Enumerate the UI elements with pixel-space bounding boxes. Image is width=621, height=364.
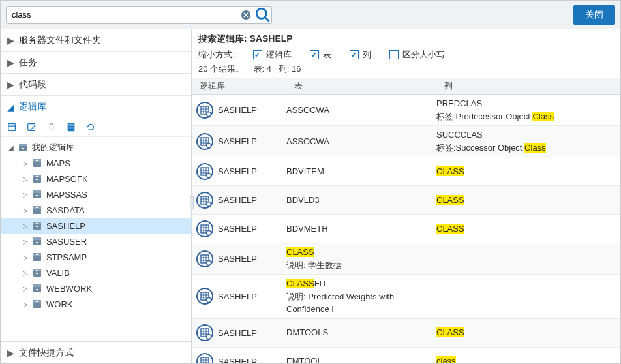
tree-item-webwork[interactable]: ▷WEBWORK bbox=[1, 281, 191, 296]
result-row[interactable]: SASHELPEMTOOLclass bbox=[192, 348, 620, 364]
svg-rect-12 bbox=[22, 145, 24, 145]
caret-right-icon: ▷ bbox=[23, 269, 29, 277]
tree-item-mapsgfk[interactable]: ▷MAPSGFK bbox=[1, 171, 191, 187]
properties-icon[interactable] bbox=[66, 122, 76, 132]
cabinet-icon bbox=[32, 205, 42, 215]
new-library-icon[interactable] bbox=[7, 122, 18, 132]
tree-item-maps[interactable]: ▷MAPS bbox=[1, 155, 191, 171]
svg-point-67 bbox=[207, 143, 211, 147]
delete-icon[interactable] bbox=[46, 122, 57, 132]
svg-rect-3 bbox=[8, 123, 16, 130]
checkbox-checked-icon: ✓ bbox=[310, 50, 319, 59]
result-row[interactable]: SASHELPCLASSFIT说明: Predicted Weights wit… bbox=[192, 275, 620, 319]
svg-rect-45 bbox=[36, 273, 38, 274]
result-row[interactable]: SASHELPBDVMETHCLASS bbox=[192, 215, 620, 243]
tree-item-sashelp[interactable]: ▷SASHELP bbox=[1, 218, 191, 234]
svg-rect-41 bbox=[36, 258, 38, 258]
tree-item-sasdata[interactable]: ▷SASDATA bbox=[1, 202, 191, 218]
accordion-label: 服务器文件和文件夹 bbox=[19, 35, 101, 46]
clear-icon[interactable] bbox=[241, 10, 251, 20]
svg-point-60 bbox=[207, 112, 211, 116]
cell-column: class bbox=[436, 355, 620, 363]
svg-point-1 bbox=[256, 8, 266, 18]
svg-rect-49 bbox=[36, 289, 38, 290]
result-row[interactable]: SASHELPASSOCWASUCCCLAS标签:Successor Objec… bbox=[192, 126, 620, 157]
svg-rect-37 bbox=[36, 242, 38, 243]
search-input[interactable] bbox=[6, 6, 272, 24]
cell-table: BDVLD3 bbox=[286, 194, 436, 207]
result-row[interactable]: SASHELPDMTOOLSCLASS bbox=[192, 319, 620, 348]
cell-table: ASSOCWA bbox=[286, 104, 436, 117]
search-icon[interactable] bbox=[254, 6, 272, 24]
accordion-shortcuts[interactable]: ▶文件快捷方式 bbox=[1, 342, 191, 363]
close-button[interactable]: 关闭 bbox=[573, 5, 615, 25]
caret-right-icon: ▷ bbox=[23, 207, 29, 214]
svg-rect-52 bbox=[36, 301, 38, 302]
svg-rect-20 bbox=[36, 176, 38, 177]
col-header-lib[interactable]: 逻辑库 bbox=[192, 78, 286, 94]
cell-lib: SASHELP bbox=[218, 328, 286, 338]
svg-rect-17 bbox=[36, 164, 38, 164]
tree-item-valib[interactable]: ▷VALIB bbox=[1, 265, 191, 281]
filter-lib-checkbox[interactable]: ✓逻辑库 bbox=[253, 49, 292, 61]
col-header-table[interactable]: 表 bbox=[286, 78, 436, 94]
caret-right-icon: ▷ bbox=[23, 160, 29, 167]
svg-rect-40 bbox=[36, 254, 38, 255]
cell-table: BDVITEM bbox=[286, 165, 436, 178]
accordion-snippets[interactable]: ▶代码段 bbox=[1, 74, 191, 95]
refresh-icon[interactable] bbox=[85, 122, 96, 132]
svg-rect-16 bbox=[36, 160, 38, 161]
svg-rect-5 bbox=[28, 123, 35, 130]
caret-right-icon: ▷ bbox=[23, 285, 29, 292]
cabinet-icon bbox=[32, 283, 42, 294]
table-icon bbox=[192, 324, 218, 342]
tree-item-mapssas[interactable]: ▷MAPSSAS bbox=[1, 187, 191, 202]
cell-column: CLASS bbox=[436, 165, 620, 178]
cell-lib: SASHELP bbox=[218, 166, 286, 176]
caret-right-icon: ▷ bbox=[23, 191, 29, 198]
filter-column-checkbox[interactable]: ✓列 bbox=[350, 49, 371, 61]
cell-lib: SASHELP bbox=[218, 224, 286, 234]
splitter-handle[interactable] bbox=[190, 196, 194, 209]
filter-table-checkbox[interactable]: ✓表 bbox=[310, 49, 331, 61]
result-row[interactable]: SASHELPASSOCWAPREDCLAS标签:Predecessor Obj… bbox=[192, 95, 620, 126]
accordion-libraries[interactable]: ◢逻辑库 bbox=[1, 96, 191, 117]
table-icon bbox=[192, 287, 218, 305]
svg-rect-9 bbox=[68, 128, 73, 129]
accordion-label: 文件快捷方式 bbox=[19, 347, 74, 359]
caret-right-icon: ▷ bbox=[23, 254, 29, 261]
accordion-label: 逻辑库 bbox=[19, 101, 46, 113]
svg-rect-8 bbox=[68, 127, 73, 127]
cabinet-icon bbox=[32, 236, 42, 247]
cell-table: CLASS说明: 学生数据 bbox=[286, 246, 436, 271]
cell-lib: SASHELP bbox=[218, 292, 286, 301]
edit-library-icon[interactable] bbox=[27, 122, 37, 132]
filter-case-checkbox[interactable]: 区分大小写 bbox=[389, 49, 445, 61]
svg-line-2 bbox=[265, 18, 269, 22]
svg-rect-53 bbox=[36, 305, 38, 305]
svg-rect-48 bbox=[36, 286, 38, 286]
col-header-column[interactable]: 列 bbox=[436, 78, 620, 94]
cell-column: SUCCCLAS标签:Successor Object Class bbox=[436, 129, 620, 154]
cell-lib: SASHELP bbox=[218, 195, 286, 205]
tree-item-sasuser[interactable]: ▷SASUSER bbox=[1, 234, 191, 249]
svg-rect-32 bbox=[36, 223, 38, 224]
result-row[interactable]: SASHELPBDVLD3CLASS bbox=[192, 186, 620, 215]
cabinet-icon bbox=[32, 267, 42, 278]
result-counts: 20 个结果。 表: 4 列: 16 bbox=[198, 63, 614, 75]
caret-down-icon: ◢ bbox=[8, 144, 15, 151]
result-row[interactable]: SASHELPCLASS说明: 学生数据 bbox=[192, 243, 620, 275]
tree-item-work[interactable]: ▷WORK bbox=[1, 296, 191, 312]
result-row[interactable]: SASHELPBDVITEMCLASS bbox=[192, 157, 620, 186]
caret-right-icon: ▶ bbox=[7, 35, 15, 46]
cell-lib: SASHELP bbox=[218, 357, 286, 364]
cell-table: EMTOOL bbox=[286, 355, 436, 363]
caret-right-icon: ▷ bbox=[23, 301, 29, 308]
accordion-server-files[interactable]: ▶服务器文件和文件夹 bbox=[1, 29, 191, 51]
accordion-tasks[interactable]: ▶任务 bbox=[1, 52, 191, 73]
svg-rect-13 bbox=[22, 148, 24, 149]
checkbox-checked-icon: ✓ bbox=[253, 50, 262, 59]
tree-root-my-libs[interactable]: ◢我的逻辑库 bbox=[1, 140, 191, 155]
svg-rect-25 bbox=[36, 195, 38, 196]
tree-item-stpsamp[interactable]: ▷STPSAMP bbox=[1, 249, 191, 265]
